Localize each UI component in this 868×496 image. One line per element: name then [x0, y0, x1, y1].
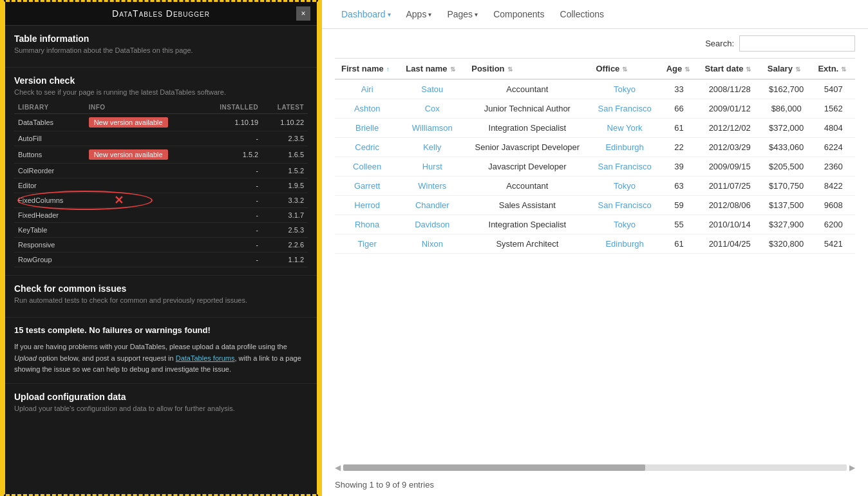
- table-row: HerrodChandlerSales AssistantSan Francis…: [335, 196, 855, 215]
- library-installed: -: [200, 238, 262, 253]
- scroll-left-arrow[interactable]: ◀: [335, 463, 341, 472]
- col-header-last-name[interactable]: Last name⇅: [399, 59, 465, 80]
- nav-item-dashboard[interactable]: Dashboard ▾: [335, 5, 397, 23]
- library-row: AutoFill-2.3.5: [14, 131, 308, 146]
- col-header-start-date[interactable]: Start date⇅: [699, 59, 761, 80]
- library-installed: -: [200, 164, 262, 178]
- table-info-title: Table information: [14, 33, 308, 44]
- table-cell: Nixon: [399, 234, 465, 254]
- table-cell: Javascript Developer: [465, 157, 589, 176]
- tests-section: 15 tests complete. No failures or warnin…: [5, 318, 317, 384]
- nav-item-collections[interactable]: Collections: [554, 5, 610, 23]
- col-latest: Latest: [262, 101, 308, 114]
- library-name: AutoFill: [14, 131, 85, 146]
- library-latest: 2.5.3: [262, 223, 308, 238]
- table-cell: San Francisco: [590, 157, 660, 176]
- table-cell: 61: [660, 119, 699, 138]
- table-cell: 2011/04/25: [699, 234, 761, 254]
- table-cell: 55: [660, 215, 699, 234]
- libraries-table: Library Info Installed Latest DataTables…: [14, 101, 308, 267]
- col-header-position[interactable]: Position⇅: [465, 59, 589, 80]
- search-label: Search:: [705, 39, 734, 48]
- nav-arrow-icon: ▾: [388, 11, 391, 18]
- nav-item-components[interactable]: Components: [487, 5, 551, 23]
- version-check-title: Version check: [14, 75, 308, 86]
- upload-title: Upload configuration data: [14, 392, 308, 402]
- library-latest: 1.5.2: [262, 164, 308, 178]
- search-bar: Search:: [322, 29, 868, 58]
- col-header-office[interactable]: Office⇅: [590, 59, 660, 80]
- table-row: AshtonCoxJunior Technical AuthorSan Fran…: [335, 99, 855, 119]
- table-cell: Senior Javascript Developer: [465, 138, 589, 157]
- library-latest: 1.9.5: [262, 178, 308, 193]
- library-name: ColReorder: [14, 164, 85, 178]
- table-cell: Satou: [399, 79, 465, 99]
- sort-none-icon: ⇅: [622, 66, 627, 73]
- library-latest: 3.3.2: [262, 193, 308, 208]
- version-check-desc: Check to see if your page is running the…: [14, 88, 308, 96]
- library-info: [85, 208, 201, 223]
- library-row: ButtonsNew version available1.5.21.6.5: [14, 146, 308, 164]
- library-installed: 1.5.2: [200, 146, 262, 164]
- table-row: AiriSatouAccountantTokyo332008/11/28$162…: [335, 79, 855, 99]
- table-cell: 1562: [811, 99, 855, 119]
- help-text-2: option below, and post a support request…: [37, 354, 176, 362]
- table-cell: Herrod: [335, 196, 399, 215]
- table-cell: Tokyo: [590, 79, 660, 99]
- nav-items-container: Dashboard ▾Apps ▾Pages ▾ComponentsCollec…: [335, 5, 610, 23]
- table-row: CedricKellySenior Javascript DeveloperEd…: [335, 138, 855, 157]
- library-info: [85, 193, 201, 208]
- table-cell: 8422: [811, 176, 855, 196]
- col-installed: Installed: [200, 101, 262, 114]
- library-name: RowGroup: [14, 253, 85, 267]
- library-latest: 1.1.2: [262, 253, 308, 267]
- library-row: Editor-1.9.5: [14, 178, 308, 193]
- sort-none-icon: ⇅: [746, 66, 751, 73]
- table-cell: $162,700: [761, 79, 812, 99]
- table-cell: Sales Assistant: [465, 196, 589, 215]
- help-text-1: If you are having problems with your Dat…: [14, 343, 287, 350]
- library-installed: 1.10.19: [200, 114, 262, 131]
- col-header-salary[interactable]: Salary⇅: [761, 59, 812, 80]
- table-cell: 4804: [811, 119, 855, 138]
- scroll-right-arrow[interactable]: ▶: [849, 463, 855, 472]
- col-header-extn.[interactable]: Extn.⇅: [811, 59, 855, 80]
- library-row: KeyTable-2.5.3: [14, 223, 308, 238]
- library-installed: -: [200, 131, 262, 146]
- col-header-age[interactable]: Age⇅: [660, 59, 699, 80]
- library-latest: 2.3.5: [262, 131, 308, 146]
- common-issues-desc: Run automated tests to check for common …: [14, 296, 308, 304]
- search-input[interactable]: [739, 35, 855, 52]
- table-cell: Williamson: [399, 119, 465, 138]
- table-cell: Airi: [335, 79, 399, 99]
- library-name: DataTables: [14, 114, 85, 131]
- sort-none-icon: ⇅: [507, 66, 513, 73]
- table-row: GarrettWintersAccountantTokyo632011/07/2…: [335, 176, 855, 196]
- nav-item-pages[interactable]: Pages ▾: [440, 5, 484, 23]
- library-latest: 1.10.22: [262, 114, 308, 131]
- table-cell: 59: [660, 196, 699, 215]
- common-issues-title: Check for common issues: [14, 283, 308, 294]
- col-header-first-name[interactable]: First name↑: [335, 59, 399, 80]
- upload-desc: Upload your table's configuration and da…: [14, 405, 308, 412]
- table-cell: Brielle: [335, 119, 399, 138]
- sort-none-icon: ⇅: [684, 66, 690, 73]
- table-cell: 61: [660, 234, 699, 254]
- table-cell: $372,000: [761, 119, 812, 138]
- table-cell: $327,900: [761, 215, 812, 234]
- table-cell: Winters: [399, 176, 465, 196]
- library-installed: -: [200, 253, 262, 267]
- forums-link[interactable]: DataTables forums: [176, 354, 235, 362]
- table-cell: Cox: [399, 99, 465, 119]
- table-cell: Colleen: [335, 157, 399, 176]
- library-info: New version available: [85, 114, 201, 131]
- close-button[interactable]: ×: [296, 6, 310, 21]
- library-installed: -: [200, 223, 262, 238]
- library-info: [85, 223, 201, 238]
- table-cell: 2008/11/28: [699, 79, 761, 99]
- nav-item-apps[interactable]: Apps ▾: [400, 5, 439, 23]
- library-info: [85, 178, 201, 193]
- library-name: FixedHeader: [14, 208, 85, 223]
- library-row: FixedHeader-3.1.7: [14, 208, 308, 223]
- table-cell: 5407: [811, 79, 855, 99]
